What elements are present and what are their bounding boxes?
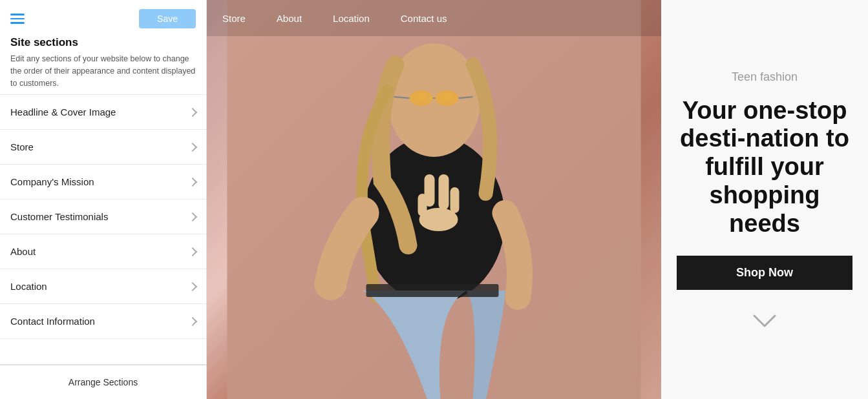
section-item-location[interactable]: Location xyxy=(0,269,206,304)
section-label-contact-information: Contact Information xyxy=(10,316,95,327)
site-sections-description: Edit any sections of your website below … xyxy=(10,53,196,89)
svg-point-7 xyxy=(436,90,459,106)
chevron-right-icon-customer-testimonials xyxy=(188,212,197,221)
section-item-company-mission[interactable]: Company's Mission xyxy=(0,165,206,200)
chevron-right-icon-contact-information xyxy=(188,317,197,326)
chevron-right-icon-store xyxy=(188,143,197,152)
tagline-small: Teen fashion xyxy=(732,70,798,84)
right-panel: Teen fashion Your one-stop desti-nation … xyxy=(661,0,868,399)
nav-link-location[interactable]: Location xyxy=(333,13,370,24)
nav-link-about[interactable]: About xyxy=(277,13,302,24)
section-label-location: Location xyxy=(10,281,47,292)
main-preview-area: StoreAboutLocationContact us xyxy=(207,0,868,399)
chevron-right-icon-headline-cover xyxy=(188,108,197,117)
section-item-customer-testimonials[interactable]: Customer Testimonials xyxy=(0,200,206,234)
sidebar-header: Save Site sections Edit any sections of … xyxy=(0,0,206,95)
section-label-about: About xyxy=(10,246,36,257)
section-label-company-mission: Company's Mission xyxy=(10,176,94,187)
nav-link-store[interactable]: Store xyxy=(222,13,246,24)
chevron-down-icon xyxy=(752,313,778,329)
nav-link-contact[interactable]: Contact us xyxy=(401,13,447,24)
hero-image xyxy=(207,0,661,399)
section-label-store: Store xyxy=(10,141,34,152)
section-item-about[interactable]: About xyxy=(0,234,206,269)
sidebar-toolbar: Save xyxy=(10,9,196,28)
website-preview: StoreAboutLocationContact us xyxy=(207,0,661,399)
arrange-sections-button[interactable]: Arrange Sections xyxy=(0,364,206,399)
svg-point-6 xyxy=(410,90,433,106)
save-button[interactable]: Save xyxy=(139,9,196,28)
hamburger-menu-icon[interactable] xyxy=(10,14,25,24)
sections-list: Headline & Cover ImageStoreCompany's Mis… xyxy=(0,95,206,364)
section-item-headline-cover[interactable]: Headline & Cover Image xyxy=(0,95,206,130)
section-label-headline-cover: Headline & Cover Image xyxy=(10,107,116,118)
svg-rect-16 xyxy=(366,284,499,297)
tagline-big: Your one-stop desti-nation to fulfill yo… xyxy=(677,97,852,238)
preview-nav: StoreAboutLocationContact us xyxy=(207,0,661,36)
svg-rect-14 xyxy=(450,187,460,213)
shop-now-button[interactable]: Shop Now xyxy=(677,256,852,290)
site-sections-title: Site sections xyxy=(10,36,196,49)
sidebar: Save Site sections Edit any sections of … xyxy=(0,0,207,399)
chevron-right-icon-company-mission xyxy=(188,178,197,187)
section-label-customer-testimonials: Customer Testimonials xyxy=(10,211,108,222)
chevron-right-icon-location xyxy=(188,282,197,291)
svg-rect-12 xyxy=(439,174,449,210)
section-item-store[interactable]: Store xyxy=(0,130,206,165)
svg-point-15 xyxy=(419,208,458,231)
nav-links: StoreAboutLocationContact us xyxy=(222,13,447,24)
chevron-down-container xyxy=(752,313,778,329)
section-item-contact-information[interactable]: Contact Information xyxy=(0,304,206,339)
chevron-right-icon-about xyxy=(188,247,197,256)
